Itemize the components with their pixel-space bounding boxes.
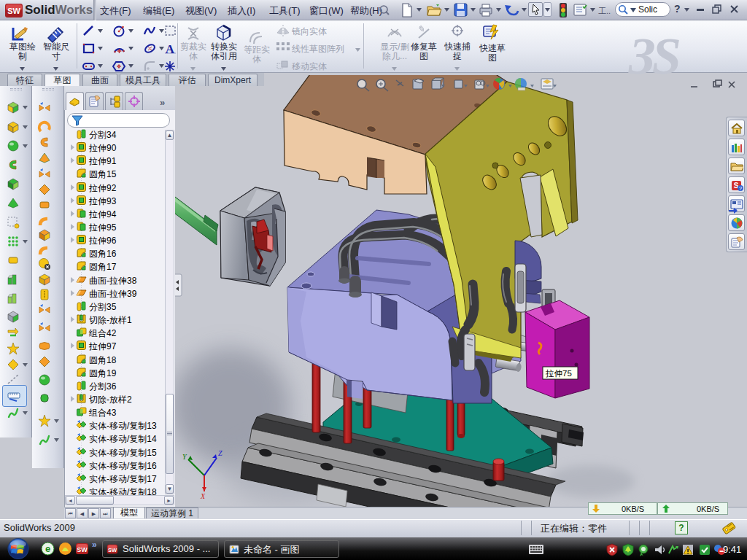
svg-text:X: X bbox=[200, 492, 206, 500]
svg-text:e: e bbox=[45, 543, 50, 554]
svg-text:SW: SW bbox=[7, 7, 20, 15]
svg-text:拉伸75: 拉伸75 bbox=[545, 369, 572, 378]
svg-text:Z: Z bbox=[218, 449, 222, 457]
svg-text:SW: SW bbox=[77, 546, 88, 553]
svg-text:✎: ✎ bbox=[417, 24, 425, 34]
svg-text:SW: SW bbox=[108, 547, 117, 553]
svg-text:?: ? bbox=[739, 185, 743, 192]
